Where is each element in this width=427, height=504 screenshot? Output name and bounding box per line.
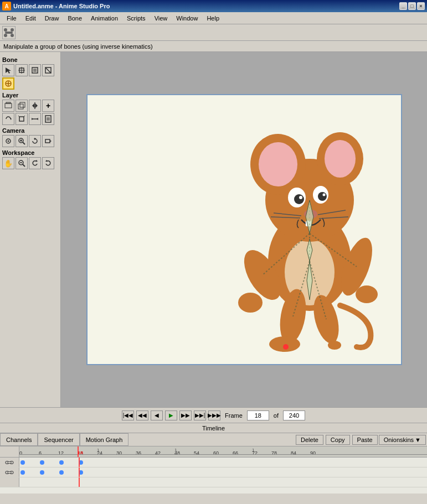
timeline-area: |◀◀ ◀◀ ◀ ▶ ▶▶ ▶▶| ▶▶▶ Frame of Timeline … xyxy=(0,407,427,504)
svg-line-12 xyxy=(45,67,51,73)
svg-point-4 xyxy=(11,34,14,37)
svg-rect-16 xyxy=(5,103,12,108)
translate-bone-tool[interactable] xyxy=(16,64,28,76)
svg-point-54 xyxy=(325,140,356,178)
delete-button[interactable]: Delete xyxy=(296,435,323,445)
flip-layer-tool[interactable] xyxy=(29,100,41,112)
svg-point-58 xyxy=(318,192,327,201)
menu-draw[interactable]: Draw xyxy=(40,12,64,24)
svg-marker-28 xyxy=(32,118,33,120)
copy-button[interactable]: Copy xyxy=(326,435,350,445)
tools-panel: Bone xyxy=(0,52,61,407)
svg-point-60 xyxy=(322,194,325,196)
svg-line-37 xyxy=(23,142,25,144)
sub-mark-2: 1 xyxy=(174,448,177,453)
undo-view-tool[interactable] xyxy=(29,157,41,169)
step-back-button[interactable]: ◀ xyxy=(151,411,163,420)
svg-point-83 xyxy=(283,344,289,350)
layer-btn4[interactable] xyxy=(42,113,54,125)
bone-tool-row-1 xyxy=(2,64,58,76)
track-3-playhead xyxy=(79,477,80,487)
camera-section-label: Camera xyxy=(2,127,58,134)
svg-rect-10 xyxy=(33,69,37,72)
minimize-button[interactable]: _ xyxy=(399,2,407,10)
new-layer-tool[interactable] xyxy=(2,100,14,112)
close-button[interactable]: × xyxy=(417,2,425,10)
svg-rect-19 xyxy=(20,102,25,107)
zoom-tool[interactable] xyxy=(16,157,28,169)
duplicate-layer-tool[interactable] xyxy=(16,100,28,112)
pan-tool[interactable]: ✋ xyxy=(2,157,14,169)
status-bar: Manipulate a group of bones (using inver… xyxy=(0,41,427,52)
camera-reset-tool[interactable] xyxy=(42,135,54,147)
keyframe-2-6 xyxy=(40,470,44,475)
menu-window[interactable]: Window xyxy=(172,12,202,24)
go-to-start-button[interactable]: |◀◀ xyxy=(122,411,134,420)
menu-scripts[interactable]: Scripts xyxy=(122,12,150,24)
svg-rect-41 xyxy=(45,139,50,143)
menu-view[interactable]: View xyxy=(150,12,172,24)
svg-rect-18 xyxy=(18,104,23,109)
menu-bone[interactable]: Bone xyxy=(63,12,86,24)
layer-btn3[interactable] xyxy=(29,113,41,125)
menu-file[interactable]: File xyxy=(2,12,21,24)
workspace-tool-row-1: ✋ xyxy=(2,157,58,169)
svg-point-3 xyxy=(4,34,7,37)
main-area: Bone xyxy=(0,52,427,407)
svg-rect-86 xyxy=(8,461,11,463)
of-label: of xyxy=(274,412,279,419)
canvas-frame xyxy=(86,94,402,365)
menu-animation[interactable]: Animation xyxy=(86,12,122,24)
svg-marker-21 xyxy=(32,103,34,108)
track-row-2 xyxy=(0,467,427,477)
step-forward-button[interactable]: ▶▶ xyxy=(179,411,192,420)
onionskins-button[interactable]: Onionskins ▼ xyxy=(379,435,426,445)
scale-bone-tool[interactable] xyxy=(29,64,41,76)
rotate-bone-tool[interactable] xyxy=(42,64,54,76)
keyframe-1-12 xyxy=(59,460,64,465)
scale-layer-tool[interactable] xyxy=(16,113,28,125)
title-bar: A Untitled.anme - Anime Studio Pro _ □ × xyxy=(0,0,427,12)
svg-point-73 xyxy=(269,336,300,352)
frame-label: Frame xyxy=(225,412,243,419)
window-title: Untitled.anme - Anime Studio Pro xyxy=(13,3,399,9)
bone-section-label: Bone xyxy=(2,56,58,63)
motion-graph-tab[interactable]: Motion Graph xyxy=(80,433,129,446)
svg-marker-23 xyxy=(11,118,12,120)
camera-tool-row-1 xyxy=(2,135,58,147)
maximize-button[interactable]: □ xyxy=(408,2,416,10)
onionskins-label: Onionskins xyxy=(384,437,414,443)
svg-point-68 xyxy=(238,293,263,313)
camera-rotate-tool[interactable] xyxy=(29,135,41,147)
track-3-label xyxy=(0,477,19,487)
go-to-end-button[interactable]: ▶▶▶ xyxy=(208,411,220,420)
toolbar-bone-btn[interactable] xyxy=(2,26,16,39)
sub-mark-3: 1 xyxy=(252,448,254,453)
camera-zoom-tool[interactable] xyxy=(16,135,28,147)
current-frame-input[interactable] xyxy=(247,411,269,420)
track-1-playhead xyxy=(79,458,80,467)
svg-point-74 xyxy=(328,341,341,350)
add-layer-tool[interactable]: + xyxy=(42,100,54,112)
paste-button[interactable]: Paste xyxy=(352,435,378,445)
play-button[interactable]: ▶ xyxy=(165,411,177,420)
total-frames-input[interactable] xyxy=(283,411,305,420)
camera-pan-tool[interactable] xyxy=(2,135,14,147)
next-frame-button[interactable]: ▶▶| xyxy=(194,411,206,420)
menu-help[interactable]: Help xyxy=(202,12,224,24)
rotate-layer-tool[interactable] xyxy=(2,113,14,125)
sequencer-tab[interactable]: Sequencer xyxy=(38,433,79,446)
ik-bone-tool[interactable] xyxy=(2,77,14,90)
svg-point-57 xyxy=(294,194,304,204)
redo-view-tool[interactable] xyxy=(42,157,54,169)
prev-frame-button[interactable]: ◀◀ xyxy=(136,411,148,420)
menu-bar: File Edit Draw Bone Animation Scripts Vi… xyxy=(0,12,427,24)
timeline-ruler: 0 6 12 18 24 30 36 42 48 54 60 66 72 78 … xyxy=(0,446,427,458)
layer-tool-row-1: + xyxy=(2,100,58,112)
svg-marker-42 xyxy=(50,140,52,142)
menu-edit[interactable]: Edit xyxy=(21,12,40,24)
track-2-playhead xyxy=(79,467,80,477)
window-controls[interactable]: _ □ × xyxy=(399,2,425,10)
channels-tab[interactable]: Channels xyxy=(0,433,38,446)
select-bone-tool[interactable] xyxy=(2,64,14,76)
